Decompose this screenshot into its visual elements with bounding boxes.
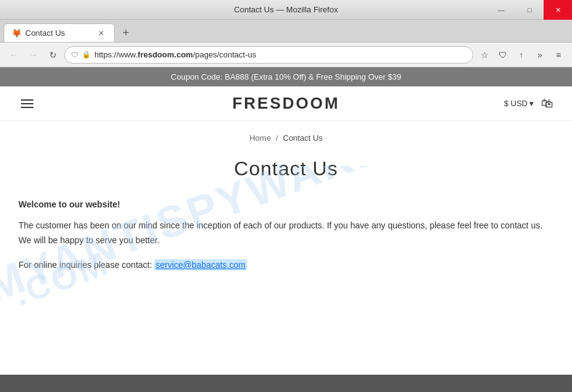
shield-button[interactable]: 🛡: [494, 46, 512, 64]
tab-title: Contact Us: [25, 28, 65, 38]
breadcrumb-home-link[interactable]: Home: [249, 133, 271, 143]
welcome-body-text: The customer has been on our mind since …: [19, 219, 553, 248]
active-tab[interactable]: 🦊 Contact Us ✕: [4, 23, 115, 42]
forward-button[interactable]: →: [25, 46, 42, 64]
tab-close-button[interactable]: ✕: [96, 28, 107, 39]
site-logo[interactable]: FRESDOOM: [232, 94, 339, 113]
share-button[interactable]: ↑: [513, 46, 530, 64]
url-after-domain: /pages/contact-us: [193, 50, 257, 59]
breadcrumb: Home / Contact Us: [19, 133, 553, 143]
toolbar-right-buttons: ☆ 🛡 ↑ » ≡: [476, 46, 567, 64]
currency-selector[interactable]: $ USD ▾: [504, 99, 534, 108]
contact-line-prefix: For online inquiries please contact:: [19, 260, 152, 270]
tab-bar: 🦊 Contact Us ✕ +: [0, 20, 572, 43]
contact-line: For online inquiries please contact: ser…: [19, 258, 553, 272]
tab-favicon: 🦊: [12, 28, 22, 38]
coupon-banner: Coupon Code: BA888 (Extra 10% Off) & Fre…: [0, 67, 572, 86]
titlebar-text: Contact Us — Mozilla Firefox: [234, 5, 338, 14]
hamburger-menu-button[interactable]: [19, 97, 36, 111]
page-title: Contact Us: [19, 157, 553, 180]
url-before-domain: https://www.: [94, 50, 138, 59]
maximize-button[interactable]: □: [515, 0, 544, 20]
address-bar[interactable]: 🛡 🔒 https://www.fresdoom.com/pages/conta…: [64, 46, 473, 64]
hamburger-line: [21, 99, 33, 101]
security-indicator-icon: 🛡: [71, 51, 78, 59]
breadcrumb-current: Contact Us: [283, 133, 323, 143]
close-button[interactable]: ✕: [544, 0, 572, 20]
url-domain: fresdoom.com: [138, 50, 193, 59]
url-text: https://www.fresdoom.com/pages/contact-u…: [94, 50, 256, 59]
minimize-button[interactable]: —: [487, 0, 515, 20]
welcome-section: Welcome to our website! The customer has…: [19, 198, 553, 272]
coupon-text: Coupon Code: BA888 (Extra 10% Off) & Fre…: [171, 72, 401, 81]
breadcrumb-separator: /: [276, 133, 278, 143]
contact-email-link[interactable]: service@babacats.com: [154, 259, 247, 270]
lock-icon: 🔒: [82, 51, 91, 59]
cart-button[interactable]: 🛍: [541, 96, 553, 111]
window-controls: — □ ✕: [487, 0, 572, 20]
site-footer: [0, 375, 572, 392]
chevron-down-icon: ▾: [529, 99, 534, 108]
welcome-heading: Welcome to our website!: [19, 198, 553, 211]
hamburger-line: [21, 103, 33, 104]
reload-button[interactable]: ↻: [44, 46, 62, 64]
currency-label: $ USD: [504, 99, 528, 108]
website-content: MYANTISPYWARE .COM Coupon Code: BA888 (E…: [0, 67, 572, 392]
hamburger-line: [21, 107, 33, 108]
titlebar: Contact Us — Mozilla Firefox — □ ✕: [0, 0, 572, 20]
menu-button[interactable]: ≡: [550, 46, 567, 64]
bookmark-star-button[interactable]: ☆: [476, 46, 493, 64]
overflow-button[interactable]: »: [531, 46, 549, 64]
new-tab-button[interactable]: +: [117, 24, 135, 41]
back-button[interactable]: ←: [5, 46, 22, 64]
browser-toolbar: ← → ↻ 🛡 🔒 https://www.fresdoom.com/pages…: [0, 43, 572, 67]
page-content: Home / Contact Us Contact Us Welcome to …: [0, 121, 572, 375]
header-right: $ USD ▾ 🛍: [504, 96, 553, 111]
site-header: FRESDOOM $ USD ▾ 🛍: [0, 86, 572, 121]
